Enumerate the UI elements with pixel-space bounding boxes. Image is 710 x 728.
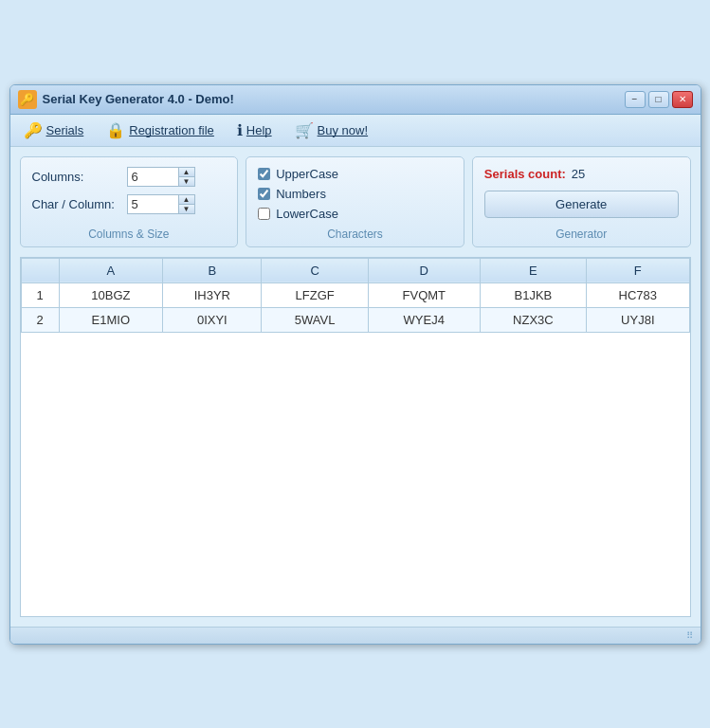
uppercase-label: UpperCase: [276, 167, 338, 181]
close-button[interactable]: ✕: [672, 91, 693, 108]
columns-row: Columns: ▲ ▼: [32, 167, 227, 187]
table-row: 110BGZIH3YRLFZGFFVQMTB1JKBHC783: [21, 282, 689, 307]
lowercase-checkbox[interactable]: [258, 208, 270, 220]
row-number-1: 1: [21, 282, 59, 307]
char-col-label: Char / Column:: [32, 197, 127, 211]
columns-spin-down[interactable]: ▼: [179, 177, 194, 186]
serials-label: Serials: [46, 123, 84, 137]
lowercase-row: LowerCase: [258, 207, 452, 221]
maximize-button[interactable]: □: [648, 91, 669, 108]
columns-label: Columns:: [32, 170, 127, 184]
table-header-rownum: [21, 258, 59, 282]
columns-input-group: ▲ ▼: [127, 167, 195, 187]
title-bar-left: 🔑 Serial Key Generator 4.0 - Demo!: [18, 90, 234, 109]
cell-2-E: NZX3C: [480, 307, 586, 332]
char-col-input[interactable]: [127, 194, 179, 214]
generate-button[interactable]: Generate: [484, 191, 679, 218]
columns-spinner: ▲ ▼: [179, 167, 195, 187]
main-content: Columns: ▲ ▼ Char / Column: ▲: [10, 147, 701, 627]
table-header-c: C: [262, 258, 368, 282]
buynow-icon: 🛒: [295, 121, 314, 139]
generator-panel-label: Generator: [473, 228, 690, 241]
cell-1-E: B1JKB: [480, 282, 586, 307]
characters-panel-label: Characters: [246, 228, 464, 241]
menu-item-buynow[interactable]: 🛒 Buy now!: [289, 118, 373, 142]
cell-1-A: 10BGZ: [59, 282, 163, 307]
char-col-input-group: ▲ ▼: [127, 194, 195, 214]
columns-panel: Columns: ▲ ▼ Char / Column: ▲: [20, 156, 239, 247]
cell-2-D: WYEJ4: [368, 307, 480, 332]
columns-panel-label: Columns & Size: [21, 228, 238, 241]
serials-count-label: Serials count:: [484, 167, 566, 181]
uppercase-checkbox[interactable]: [258, 168, 270, 180]
cell-1-C: LFZGF: [262, 282, 368, 307]
menu-item-serials[interactable]: 🔑 Serials: [18, 118, 90, 142]
top-panels: Columns: ▲ ▼ Char / Column: ▲: [20, 156, 691, 247]
cell-1-D: FVQMT: [368, 282, 480, 307]
char-col-spinner: ▲ ▼: [179, 194, 195, 214]
row-number-2: 2: [21, 307, 59, 332]
table-header-d: D: [368, 258, 480, 282]
uppercase-row: UpperCase: [258, 167, 452, 181]
serials-count-row: Serials count: 25: [484, 167, 679, 181]
char-col-spin-down[interactable]: ▼: [179, 205, 194, 213]
columns-spin-up[interactable]: ▲: [179, 168, 194, 177]
numbers-label: Numbers: [276, 187, 326, 201]
buynow-label: Buy now!: [318, 123, 368, 137]
cell-2-C: 5WAVL: [262, 307, 368, 332]
serial-table: A B C D E F 110BGZIH3YRLFZGFFVQMTB1JKBHC…: [21, 258, 690, 333]
char-col-spin-up[interactable]: ▲: [179, 195, 194, 205]
serials-icon: 🔑: [24, 121, 43, 139]
help-icon: ℹ: [237, 121, 243, 139]
numbers-checkbox[interactable]: [258, 188, 270, 200]
lowercase-label: LowerCase: [276, 207, 338, 221]
window-title: Serial Key Generator 4.0 - Demo!: [43, 92, 234, 106]
cell-2-A: E1MIO: [59, 307, 163, 332]
cell-1-B: IH3YR: [163, 282, 262, 307]
table-row: 2E1MIO0IXYI5WAVLWYEJ4NZX3CUYJ8I: [21, 307, 689, 332]
cell-2-F: UYJ8I: [587, 307, 689, 332]
table-container: A B C D E F 110BGZIH3YRLFZGFFVQMTB1JKBHC…: [20, 257, 691, 617]
cell-1-F: HC783: [587, 282, 689, 307]
registration-icon: 🔒: [106, 121, 125, 139]
resize-grip: ⠿: [686, 630, 693, 641]
characters-panel: UpperCase Numbers LowerCase Characters: [246, 156, 464, 247]
title-bar: 🔑 Serial Key Generator 4.0 - Demo! − □ ✕: [10, 85, 701, 115]
table-header-row: A B C D E F: [21, 258, 689, 282]
serials-count-value: 25: [572, 167, 585, 181]
numbers-row: Numbers: [258, 187, 452, 201]
help-label: Help: [246, 123, 272, 137]
title-buttons: − □ ✕: [625, 91, 693, 108]
cell-2-B: 0IXYI: [163, 307, 262, 332]
menu-bar: 🔑 Serials 🔒 Registration file ℹ Help 🛒 B…: [10, 115, 701, 147]
generator-panel: Serials count: 25 Generate Generator: [472, 156, 691, 247]
menu-item-registration[interactable]: 🔒 Registration file: [100, 118, 220, 142]
table-header-b: B: [163, 258, 262, 282]
menu-item-help[interactable]: ℹ Help: [231, 118, 278, 142]
table-header-a: A: [59, 258, 163, 282]
app-icon: 🔑: [18, 90, 37, 109]
main-window: 🔑 Serial Key Generator 4.0 - Demo! − □ ✕…: [9, 84, 701, 645]
status-bar: ⠿: [10, 627, 701, 644]
table-header-e: E: [480, 258, 586, 282]
columns-input[interactable]: [127, 167, 179, 187]
char-col-row: Char / Column: ▲ ▼: [32, 194, 227, 214]
table-header-f: F: [587, 258, 689, 282]
registration-label: Registration file: [129, 123, 214, 137]
minimize-button[interactable]: −: [625, 91, 646, 108]
